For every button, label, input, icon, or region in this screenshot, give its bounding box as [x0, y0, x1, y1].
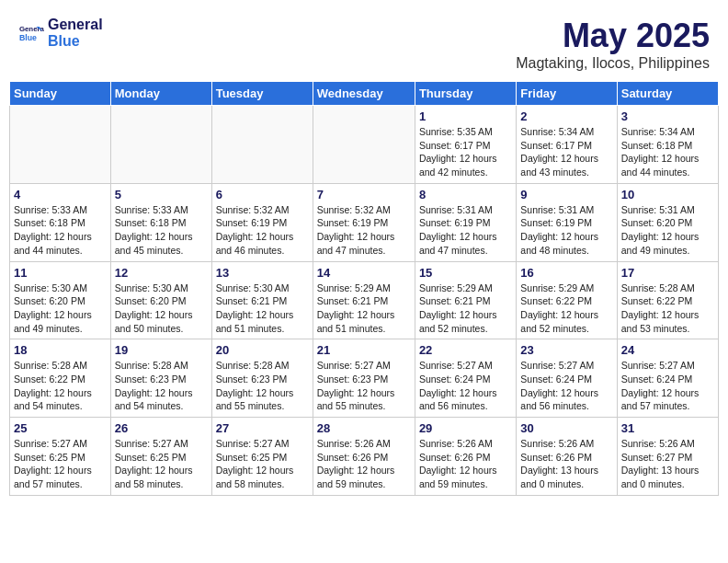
day-info: Sunrise: 5:28 AM Sunset: 6:23 PM Dayligh… — [216, 359, 309, 413]
day-number: 5 — [115, 188, 208, 201]
calendar-cell — [211, 106, 313, 184]
day-number: 30 — [520, 421, 612, 435]
day-number: 3 — [621, 109, 714, 123]
calendar-cell: 22Sunrise: 5:27 AM Sunset: 6:24 PM Dayli… — [415, 339, 516, 418]
calendar-cell: 21Sunrise: 5:27 AM Sunset: 6:23 PM Dayli… — [313, 339, 415, 418]
day-info: Sunrise: 5:30 AM Sunset: 6:20 PM Dayligh… — [14, 282, 107, 336]
day-info: Sunrise: 5:26 AM Sunset: 6:26 PM Dayligh… — [419, 437, 512, 491]
calendar-week-row: 11Sunrise: 5:30 AM Sunset: 6:20 PM Dayli… — [10, 261, 719, 339]
calendar-cell: 23Sunrise: 5:27 AM Sunset: 6:24 PM Dayli… — [517, 339, 617, 418]
svg-text:Blue: Blue — [19, 32, 37, 41]
calendar-cell: 11Sunrise: 5:30 AM Sunset: 6:20 PM Dayli… — [10, 261, 111, 339]
logo-icon: General Blue — [18, 20, 44, 46]
day-number: 11 — [14, 266, 107, 280]
calendar-cell — [10, 106, 111, 184]
day-info: Sunrise: 5:27 AM Sunset: 6:25 PM Dayligh… — [115, 437, 208, 491]
calendar-cell: 18Sunrise: 5:28 AM Sunset: 6:22 PM Dayli… — [10, 339, 111, 418]
day-info: Sunrise: 5:31 AM Sunset: 6:19 PM Dayligh… — [419, 203, 512, 258]
calendar-cell: 5Sunrise: 5:33 AM Sunset: 6:18 PM Daylig… — [110, 183, 211, 261]
day-number: 4 — [14, 188, 107, 201]
day-number: 13 — [216, 266, 309, 280]
day-number: 31 — [621, 421, 714, 435]
day-number: 17 — [621, 266, 714, 280]
day-number: 28 — [317, 421, 411, 435]
day-number: 23 — [520, 343, 612, 357]
calendar-week-row: 25Sunrise: 5:27 AM Sunset: 6:25 PM Dayli… — [10, 418, 719, 496]
day-number: 26 — [115, 421, 208, 435]
calendar-cell: 6Sunrise: 5:32 AM Sunset: 6:19 PM Daylig… — [211, 183, 313, 261]
day-number: 27 — [216, 421, 309, 435]
day-number: 6 — [216, 188, 309, 201]
page-header: General Blue General Blue May 2025 Magta… — [9, 9, 719, 75]
day-info: Sunrise: 5:35 AM Sunset: 6:17 PM Dayligh… — [419, 125, 512, 179]
calendar-week-row: 18Sunrise: 5:28 AM Sunset: 6:22 PM Dayli… — [10, 339, 719, 418]
day-number: 25 — [14, 421, 107, 435]
day-number: 21 — [317, 343, 411, 357]
calendar-cell: 29Sunrise: 5:26 AM Sunset: 6:26 PM Dayli… — [415, 418, 516, 496]
day-number: 1 — [419, 109, 512, 123]
weekday-header: Tuesday — [211, 82, 313, 106]
day-number: 20 — [216, 343, 309, 357]
day-info: Sunrise: 5:29 AM Sunset: 6:21 PM Dayligh… — [317, 282, 411, 336]
logo: General Blue General Blue — [18, 17, 103, 49]
calendar-cell: 26Sunrise: 5:27 AM Sunset: 6:25 PM Dayli… — [110, 418, 211, 496]
calendar-cell: 1Sunrise: 5:35 AM Sunset: 6:17 PM Daylig… — [415, 106, 516, 184]
weekday-header: Sunday — [10, 82, 111, 106]
weekday-header: Thursday — [415, 82, 516, 106]
calendar-cell — [110, 106, 211, 184]
location: Magtaking, Ilocos, Philippines — [516, 55, 710, 72]
calendar-cell: 13Sunrise: 5:30 AM Sunset: 6:21 PM Dayli… — [211, 261, 313, 339]
calendar-cell: 19Sunrise: 5:28 AM Sunset: 6:23 PM Dayli… — [110, 339, 211, 418]
day-number: 15 — [419, 266, 512, 280]
weekday-header-row: SundayMondayTuesdayWednesdayThursdayFrid… — [10, 82, 719, 106]
title-block: May 2025 Magtaking, Ilocos, Philippines — [516, 17, 710, 72]
day-number: 29 — [419, 421, 512, 435]
calendar-cell: 30Sunrise: 5:26 AM Sunset: 6:26 PM Dayli… — [517, 418, 617, 496]
calendar-cell: 14Sunrise: 5:29 AM Sunset: 6:21 PM Dayli… — [313, 261, 415, 339]
calendar-cell: 4Sunrise: 5:33 AM Sunset: 6:18 PM Daylig… — [10, 183, 111, 261]
day-info: Sunrise: 5:27 AM Sunset: 6:24 PM Dayligh… — [419, 359, 512, 413]
day-info: Sunrise: 5:29 AM Sunset: 6:22 PM Dayligh… — [520, 282, 612, 336]
day-info: Sunrise: 5:27 AM Sunset: 6:25 PM Dayligh… — [14, 437, 107, 491]
calendar-cell: 20Sunrise: 5:28 AM Sunset: 6:23 PM Dayli… — [211, 339, 313, 418]
calendar-cell: 8Sunrise: 5:31 AM Sunset: 6:19 PM Daylig… — [415, 183, 516, 261]
calendar-cell: 27Sunrise: 5:27 AM Sunset: 6:25 PM Dayli… — [211, 418, 313, 496]
day-info: Sunrise: 5:28 AM Sunset: 6:22 PM Dayligh… — [621, 282, 714, 336]
day-info: Sunrise: 5:33 AM Sunset: 6:18 PM Dayligh… — [115, 203, 208, 258]
day-info: Sunrise: 5:31 AM Sunset: 6:20 PM Dayligh… — [621, 203, 714, 258]
day-info: Sunrise: 5:28 AM Sunset: 6:23 PM Dayligh… — [115, 359, 208, 413]
calendar-cell — [313, 106, 415, 184]
day-info: Sunrise: 5:27 AM Sunset: 6:25 PM Dayligh… — [216, 437, 309, 491]
calendar-cell: 3Sunrise: 5:34 AM Sunset: 6:18 PM Daylig… — [617, 106, 718, 184]
month-year: May 2025 — [516, 17, 710, 55]
calendar-cell: 28Sunrise: 5:26 AM Sunset: 6:26 PM Dayli… — [313, 418, 415, 496]
weekday-header: Monday — [110, 82, 211, 106]
day-number: 7 — [317, 188, 411, 201]
day-info: Sunrise: 5:30 AM Sunset: 6:21 PM Dayligh… — [216, 282, 309, 336]
day-number: 12 — [115, 266, 208, 280]
calendar-table: SundayMondayTuesdayWednesdayThursdayFrid… — [9, 81, 719, 496]
day-number: 18 — [14, 343, 107, 357]
day-info: Sunrise: 5:27 AM Sunset: 6:24 PM Dayligh… — [621, 359, 714, 413]
calendar-cell: 17Sunrise: 5:28 AM Sunset: 6:22 PM Dayli… — [617, 261, 718, 339]
logo-text: General Blue — [48, 17, 103, 49]
calendar-cell: 25Sunrise: 5:27 AM Sunset: 6:25 PM Dayli… — [10, 418, 111, 496]
day-info: Sunrise: 5:29 AM Sunset: 6:21 PM Dayligh… — [419, 282, 512, 336]
calendar-cell: 15Sunrise: 5:29 AM Sunset: 6:21 PM Dayli… — [415, 261, 516, 339]
weekday-header: Saturday — [617, 82, 718, 106]
day-info: Sunrise: 5:28 AM Sunset: 6:22 PM Dayligh… — [14, 359, 107, 413]
day-info: Sunrise: 5:26 AM Sunset: 6:26 PM Dayligh… — [317, 437, 411, 491]
weekday-header: Friday — [517, 82, 617, 106]
day-info: Sunrise: 5:32 AM Sunset: 6:19 PM Dayligh… — [216, 203, 309, 258]
day-info: Sunrise: 5:30 AM Sunset: 6:20 PM Dayligh… — [115, 282, 208, 336]
calendar-cell: 16Sunrise: 5:29 AM Sunset: 6:22 PM Dayli… — [517, 261, 617, 339]
day-number: 22 — [419, 343, 512, 357]
weekday-header: Wednesday — [313, 82, 415, 106]
calendar-week-row: 4Sunrise: 5:33 AM Sunset: 6:18 PM Daylig… — [10, 183, 719, 261]
calendar-week-row: 1Sunrise: 5:35 AM Sunset: 6:17 PM Daylig… — [10, 106, 719, 184]
day-info: Sunrise: 5:33 AM Sunset: 6:18 PM Dayligh… — [14, 203, 107, 258]
calendar-cell: 31Sunrise: 5:26 AM Sunset: 6:27 PM Dayli… — [617, 418, 718, 496]
day-number: 2 — [520, 109, 612, 123]
logo-line2: Blue — [48, 33, 80, 49]
day-number: 9 — [520, 188, 612, 201]
